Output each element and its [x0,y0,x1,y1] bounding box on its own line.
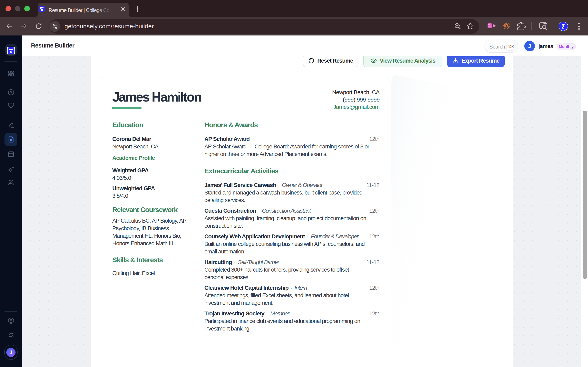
svg-text:c: c [41,8,43,12]
svg-text:c: c [562,25,565,30]
svg-text:c: c [10,49,12,54]
